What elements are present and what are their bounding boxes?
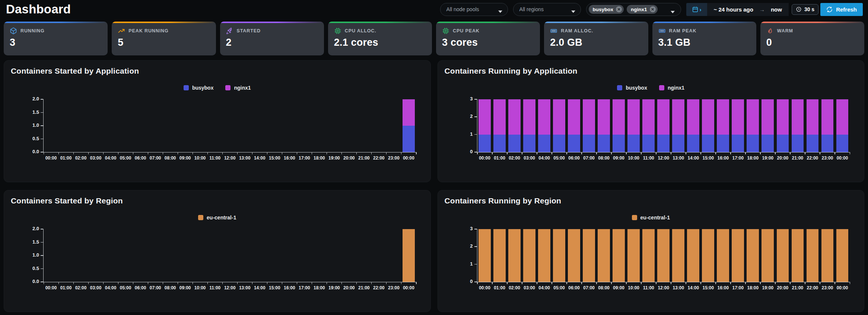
bar-segment-nginx1[interactable] — [523, 99, 535, 135]
bar-segment-busybox[interactable] — [403, 126, 415, 152]
bar-segment-nginx1[interactable] — [777, 99, 789, 135]
x-axis-tick — [805, 282, 805, 284]
bar-segment-eu-central-1[interactable] — [836, 229, 849, 282]
bar-segment-eu-central-1[interactable] — [568, 229, 580, 282]
bar-segment-eu-central-1[interactable] — [478, 229, 491, 282]
regions-select[interactable]: All regions — [513, 3, 581, 16]
bar-segment-busybox[interactable] — [672, 135, 684, 152]
bar-segment-eu-central-1[interactable] — [687, 229, 699, 282]
bar-segment-busybox[interactable] — [627, 135, 640, 152]
bar-segment-nginx1[interactable] — [403, 99, 415, 126]
bar-segment-nginx1[interactable] — [807, 99, 819, 135]
bar-segment-nginx1[interactable] — [792, 99, 804, 135]
tag-chip-nginx1[interactable]: nginx1 ✕ — [627, 5, 658, 14]
bar-segment-busybox[interactable] — [523, 135, 535, 152]
bar-segment-nginx1[interactable] — [657, 99, 670, 135]
bar-segment-busybox[interactable] — [478, 135, 491, 152]
bar-segment-eu-central-1[interactable] — [777, 229, 789, 282]
legend-item-nginx1[interactable]: nginx1 — [659, 85, 684, 91]
bar-segment-eu-central-1[interactable] — [762, 229, 774, 282]
bar-segment-eu-central-1[interactable] — [732, 229, 744, 282]
bar-segment-eu-central-1[interactable] — [702, 229, 714, 282]
bar-segment-nginx1[interactable] — [821, 99, 834, 135]
x-axis-tick — [103, 282, 104, 284]
refresh-button[interactable]: Refresh — [820, 3, 863, 16]
bar-segment-busybox[interactable] — [583, 135, 595, 152]
bar-segment-nginx1[interactable] — [583, 99, 595, 135]
bar-segment-busybox[interactable] — [553, 135, 565, 152]
legend-item-busybox[interactable]: busybox — [617, 85, 647, 91]
bar-segment-busybox[interactable] — [598, 135, 610, 152]
bar-segment-busybox[interactable] — [777, 135, 789, 152]
bar-segment-eu-central-1[interactable] — [583, 229, 595, 282]
bar-segment-nginx1[interactable] — [553, 99, 565, 135]
bar-segment-nginx1[interactable] — [478, 99, 491, 135]
bar-segment-nginx1[interactable] — [493, 99, 506, 135]
bar-segment-nginx1[interactable] — [732, 99, 744, 135]
bar-segment-eu-central-1[interactable] — [523, 229, 535, 282]
legend-item-eu-central-1[interactable]: eu-central-1 — [632, 215, 670, 221]
bar-segment-eu-central-1[interactable] — [642, 229, 655, 282]
bar-segment-eu-central-1[interactable] — [672, 229, 684, 282]
bar-segment-nginx1[interactable] — [508, 99, 521, 135]
bar-segment-eu-central-1[interactable] — [598, 229, 610, 282]
legend-item-nginx1[interactable]: nginx1 — [225, 85, 251, 91]
bar-segment-nginx1[interactable] — [538, 99, 550, 135]
bar-segment-nginx1[interactable] — [568, 99, 580, 135]
bar-segment-eu-central-1[interactable] — [657, 229, 670, 282]
bar-segment-eu-central-1[interactable] — [747, 229, 759, 282]
bar-segment-nginx1[interactable] — [613, 99, 625, 135]
time-from[interactable]: ~ 24 hours ago — [714, 6, 753, 13]
bar-segment-busybox[interactable] — [732, 135, 744, 152]
legend-item-eu-central-1[interactable]: eu-central-1 — [198, 215, 236, 221]
refresh-interval-button[interactable]: 30 s — [792, 4, 818, 15]
bar-segment-eu-central-1[interactable] — [538, 229, 550, 282]
bar-segment-eu-central-1[interactable] — [821, 229, 834, 282]
bar-segment-busybox[interactable] — [717, 135, 729, 152]
bar-segment-nginx1[interactable] — [672, 99, 684, 135]
bar-segment-eu-central-1[interactable] — [493, 229, 506, 282]
bar-segment-nginx1[interactable] — [717, 99, 729, 135]
bar-segment-eu-central-1[interactable] — [627, 229, 640, 282]
bar-segment-busybox[interactable] — [747, 135, 759, 152]
legend-item-busybox[interactable]: busybox — [184, 85, 214, 91]
bar-segment-busybox[interactable] — [687, 135, 699, 152]
bar-segment-nginx1[interactable] — [642, 99, 655, 135]
bar-segment-eu-central-1[interactable] — [717, 229, 729, 282]
bar-segment-nginx1[interactable] — [702, 99, 714, 135]
bar-segment-eu-central-1[interactable] — [553, 229, 565, 282]
time-to[interactable]: now — [771, 6, 782, 13]
stat-value: 2.1 cores — [334, 37, 426, 48]
bar-segment-busybox[interactable] — [508, 135, 521, 152]
bar-segment-nginx1[interactable] — [762, 99, 774, 135]
bar-segment-busybox[interactable] — [613, 135, 625, 152]
close-icon[interactable]: ✕ — [616, 6, 622, 12]
bar-segment-eu-central-1[interactable] — [508, 229, 521, 282]
bar-segment-busybox[interactable] — [762, 135, 774, 152]
bar-segment-busybox[interactable] — [538, 135, 550, 152]
bar-segment-busybox[interactable] — [836, 135, 849, 152]
bar-segment-busybox[interactable] — [568, 135, 580, 152]
bar-segment-eu-central-1[interactable] — [613, 229, 625, 282]
bar-segment-busybox[interactable] — [792, 135, 804, 152]
calendar-button[interactable]: › — [686, 3, 707, 16]
bar-segment-nginx1[interactable] — [627, 99, 640, 135]
bar-segment-eu-central-1[interactable] — [792, 229, 804, 282]
tag-chip-busybox[interactable]: busybox ✕ — [589, 5, 624, 14]
bar-segment-nginx1[interactable] — [687, 99, 699, 135]
bar-segment-busybox[interactable] — [702, 135, 714, 152]
bar-segment-busybox[interactable] — [821, 135, 834, 152]
node-pools-select[interactable]: All node pools — [440, 3, 508, 16]
bar-segment-eu-central-1[interactable] — [403, 229, 415, 282]
tags-filter-select[interactable]: busybox ✕ nginx1 ✕ — [586, 3, 681, 16]
bar-segment-nginx1[interactable] — [836, 99, 849, 135]
bar-segment-busybox[interactable] — [807, 135, 819, 152]
bar-segment-nginx1[interactable] — [598, 99, 610, 135]
bar-segment-busybox[interactable] — [493, 135, 506, 152]
bar-segment-eu-central-1[interactable] — [807, 229, 819, 282]
legend-label: busybox — [192, 85, 214, 91]
bar-segment-busybox[interactable] — [657, 135, 670, 152]
bar-segment-nginx1[interactable] — [747, 99, 759, 135]
bar-segment-busybox[interactable] — [642, 135, 655, 152]
close-icon[interactable]: ✕ — [650, 6, 656, 12]
